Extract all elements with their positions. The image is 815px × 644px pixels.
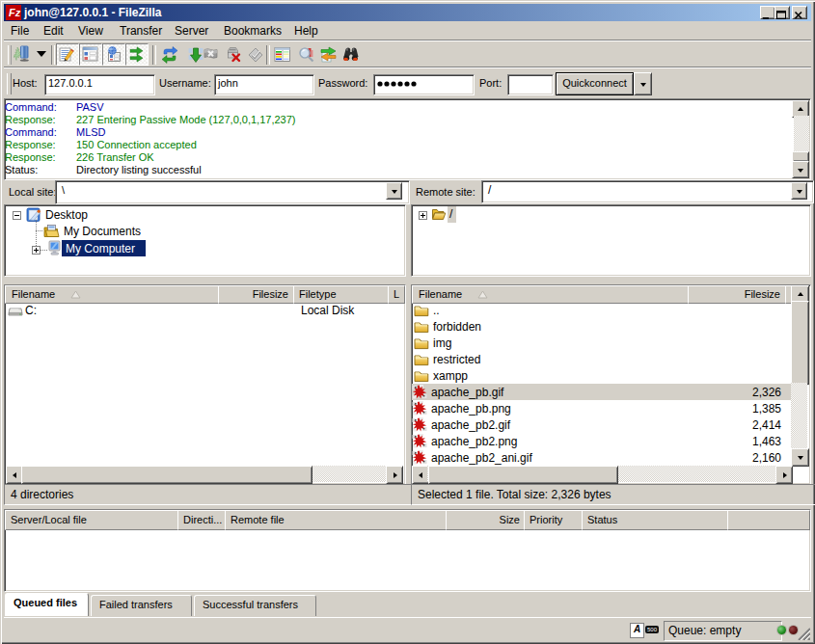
svg-text:Fz: Fz [9,7,21,18]
